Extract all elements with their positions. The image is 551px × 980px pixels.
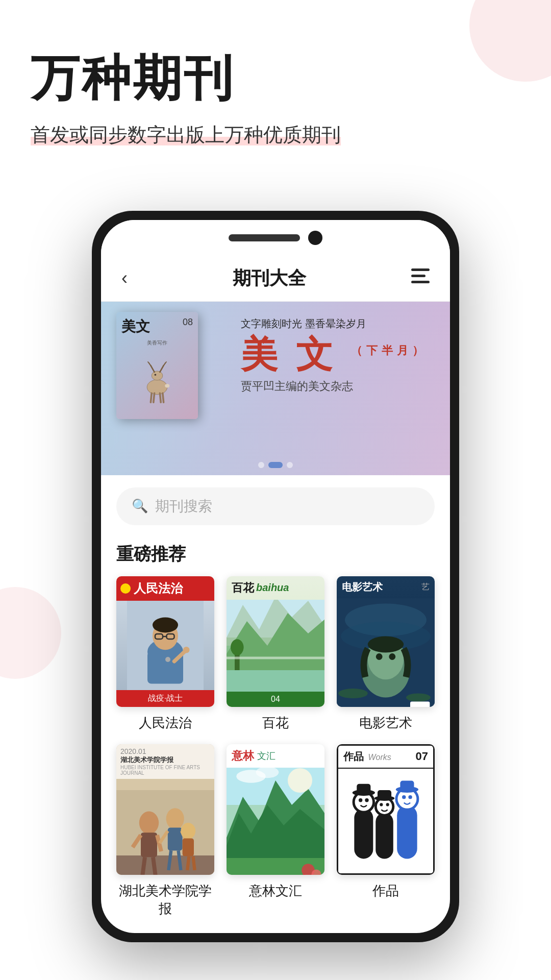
app-header: ‹ 期刊大全 <box>101 256 450 302</box>
svg-point-41 <box>376 653 383 660</box>
phone-mockup: ‹ 期刊大全 美文 08 <box>92 211 459 942</box>
search-placeholder-text: 期刊搜索 <box>155 497 212 516</box>
svg-point-45 <box>406 693 431 701</box>
svg-point-17 <box>165 384 169 387</box>
section-title: 重磅推荐 <box>101 537 450 576</box>
banner[interactable]: 美文 08 美香写作 <box>101 302 450 475</box>
svg-point-71 <box>288 768 312 793</box>
magazine-cover-hubei[interactable]: 2020.01 湖北美术学院学报 HUBEI INSTITUTE OF FINE… <box>116 744 214 875</box>
magazine-cover-zuopin[interactable]: 作品 Works 07 <box>337 744 435 875</box>
magazine-cover-renmin[interactable]: 人民法治 <box>116 576 214 707</box>
svg-point-22 <box>153 617 178 632</box>
svg-line-15 <box>160 393 161 402</box>
svg-point-26 <box>165 657 170 662</box>
banner-mag-title: 美文 <box>121 317 150 336</box>
list-item[interactable]: 人民法治 <box>116 576 214 732</box>
banner-dot-3[interactable] <box>287 462 293 468</box>
camera-icon <box>308 231 322 245</box>
svg-rect-48 <box>116 855 214 875</box>
svg-point-44 <box>338 688 368 698</box>
svg-rect-62 <box>183 838 194 856</box>
svg-line-6 <box>151 365 154 372</box>
svg-line-9 <box>160 365 163 372</box>
magazine-name-renmin: 人民法治 <box>139 714 192 732</box>
svg-point-28 <box>183 647 190 653</box>
banner-slogan: 文字雕刻时光 墨香晕染岁月 <box>241 317 435 331</box>
svg-line-54 <box>153 857 156 875</box>
magazine-name-dianying: 电影艺术 <box>359 714 412 732</box>
phone-status-bar <box>101 220 450 256</box>
svg-point-81 <box>365 798 368 802</box>
banner-dot-2[interactable] <box>268 462 283 468</box>
banner-text-area: 文字雕刻时光 墨香晕染岁月 美 文 （下半月） 贾平凹主编的美文杂志 <box>241 317 435 394</box>
menu-button[interactable] <box>411 268 430 288</box>
phone-inner: ‹ 期刊大全 美文 08 <box>101 220 450 933</box>
svg-rect-84 <box>375 813 393 859</box>
phone-wrapper: ‹ 期刊大全 美文 08 <box>0 211 551 973</box>
speaker-bar <box>229 234 300 241</box>
svg-point-61 <box>181 823 195 839</box>
svg-line-53 <box>142 857 145 875</box>
svg-line-63 <box>187 856 189 870</box>
svg-line-64 <box>193 856 194 870</box>
svg-rect-78 <box>354 808 373 859</box>
magazine-name-hubei: 湖北美术学院学报 <box>116 882 214 918</box>
svg-rect-32 <box>227 670 324 692</box>
magazine-cover-yilin[interactable]: 意林 文汇 <box>227 744 324 875</box>
svg-line-14 <box>154 393 155 402</box>
svg-rect-65 <box>116 779 214 790</box>
list-item[interactable]: 2020.01 湖北美术学院学报 HUBEI INSTITUTE OF FINE… <box>116 744 214 918</box>
search-bar[interactable]: 🔍 期刊搜索 <box>116 487 435 525</box>
svg-rect-90 <box>397 805 417 859</box>
banner-deer-area <box>121 347 193 414</box>
svg-rect-2 <box>411 281 430 283</box>
svg-point-80 <box>359 798 362 802</box>
banner-mag-header: 美文 08 <box>121 317 193 336</box>
magazine-cover-baihua[interactable]: 百花 baihua <box>227 576 324 707</box>
magazine-name-baihua: 百花 <box>262 714 289 732</box>
svg-point-12 <box>155 374 157 376</box>
svg-rect-83 <box>357 783 370 794</box>
magazine-cover-dianying[interactable]: 电影艺术 艺 <box>337 576 435 707</box>
svg-rect-89 <box>378 790 391 799</box>
banner-pagination <box>258 462 293 468</box>
svg-point-5 <box>152 371 163 380</box>
list-item[interactable]: 意林 文汇 <box>227 744 324 918</box>
svg-rect-0 <box>411 268 430 271</box>
deer-icon <box>134 353 180 408</box>
svg-rect-46 <box>410 701 430 707</box>
list-item[interactable]: 作品 Works 07 <box>337 744 435 918</box>
svg-line-16 <box>163 393 164 402</box>
back-button[interactable]: ‹ <box>121 267 128 289</box>
svg-point-55 <box>166 808 184 829</box>
page-title: 期刊大全 <box>233 266 306 291</box>
svg-point-94 <box>408 795 412 799</box>
hero-title: 万种期刊 <box>31 51 520 105</box>
svg-point-43 <box>368 636 404 652</box>
magazine-name-yilin: 意林文汇 <box>249 882 302 900</box>
hero-section: 万种期刊 首发或同步数字出版上万种优质期刊 <box>0 0 551 180</box>
banner-subtitle: 贾平凹主编的美文杂志 <box>241 379 435 394</box>
svg-point-93 <box>402 795 406 799</box>
phone-notch-area <box>229 231 322 245</box>
svg-rect-56 <box>168 827 183 850</box>
banner-mag-issue: 08 <box>183 317 193 336</box>
magazine-grid: 人民法治 <box>101 576 450 933</box>
svg-rect-96 <box>400 780 414 791</box>
svg-point-42 <box>389 653 395 660</box>
magazine-name-zuopin: 作品 <box>372 882 399 900</box>
svg-line-13 <box>151 393 152 402</box>
hero-subtitle: 首发或同步数字出版上万种优质期刊 <box>31 120 520 150</box>
svg-rect-50 <box>141 832 157 857</box>
svg-point-87 <box>386 803 389 806</box>
svg-point-49 <box>139 811 159 834</box>
list-item[interactable]: 电影艺术 艺 <box>337 576 435 732</box>
banner-dot-1[interactable] <box>258 462 264 468</box>
svg-point-86 <box>380 803 383 806</box>
banner-main-title: 美 文 （下半月） <box>241 336 435 373</box>
banner-half-moon: （下半月） <box>351 344 428 357</box>
banner-magazine-cover: 美文 08 美香写作 <box>116 312 198 419</box>
svg-point-34 <box>231 639 244 655</box>
list-item[interactable]: 百花 baihua <box>227 576 324 732</box>
search-icon: 🔍 <box>132 498 148 514</box>
